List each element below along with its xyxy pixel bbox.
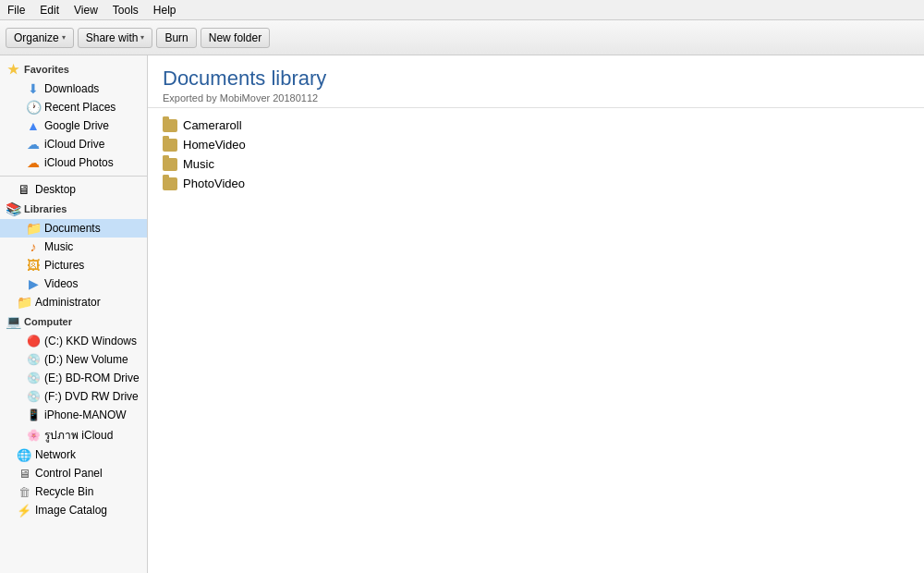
content-title: Documents library: [163, 67, 909, 91]
image-catalog-label: Image Catalog: [35, 504, 107, 517]
menu-help[interactable]: Help: [146, 2, 184, 18]
image-catalog-icon: ⚡: [17, 503, 31, 518]
toolbar: Organize ▾ Share with ▾ Burn New folder: [0, 20, 924, 55]
sidebar-item-image-catalog[interactable]: ⚡ Image Catalog: [0, 501, 147, 519]
menubar: File Edit View Tools Help: [0, 0, 924, 20]
sidebar-item-icloud-drive[interactable]: ☁ iCloud Drive: [0, 135, 147, 153]
google-drive-icon: ▲: [26, 118, 41, 133]
menu-view[interactable]: View: [67, 2, 105, 18]
sidebar-libraries-header[interactable]: 📚 Libraries: [0, 199, 147, 219]
c-drive-icon: 🔴: [26, 334, 41, 348]
administrator-label: Administrator: [35, 296, 101, 309]
main-layout: ★ Favorites ⬇ Downloads 🕐 Recent Places …: [0, 55, 924, 573]
network-label: Network: [35, 448, 76, 461]
sidebar: ★ Favorites ⬇ Downloads 🕐 Recent Places …: [0, 55, 148, 573]
folder-list: Cameraroll HomeVideo Music PhotoVideo: [148, 116, 924, 193]
divider-1: [0, 176, 147, 177]
sidebar-item-control-panel[interactable]: 🖥 Control Panel: [0, 464, 147, 482]
sidebar-item-iphone[interactable]: 📱 iPhone-MANOW: [0, 406, 147, 424]
administrator-icon: 📁: [17, 295, 31, 310]
google-drive-label: Google Drive: [44, 119, 109, 132]
icloud-photos-icon: ☁: [26, 155, 41, 170]
d-drive-label: (D:) New Volume: [44, 353, 128, 366]
share-with-button[interactable]: Share with ▾: [78, 28, 153, 48]
folder-item-music[interactable]: Music: [148, 154, 924, 174]
content-area: Documents library Exported by MobiMover …: [148, 55, 924, 573]
sidebar-item-videos[interactable]: ▶ Videos: [0, 274, 147, 293]
videos-label: Videos: [44, 277, 78, 290]
sidebar-item-documents[interactable]: 📁 Documents: [0, 219, 147, 238]
control-panel-label: Control Panel: [35, 467, 103, 480]
iphone-icon: 📱: [26, 408, 41, 422]
computer-icon: 💻: [6, 314, 20, 329]
d-drive-icon: 💿: [26, 352, 41, 367]
menu-edit[interactable]: Edit: [32, 2, 67, 18]
icloud-drive-label: iCloud Drive: [44, 138, 104, 151]
sidebar-item-administrator[interactable]: 📁 Administrator: [0, 293, 147, 311]
sidebar-item-recycle-bin[interactable]: 🗑 Recycle Bin: [0, 482, 147, 501]
c-drive-label: (C:) KKD Windows: [44, 335, 137, 347]
sidebar-item-network[interactable]: 🌐 Network: [0, 445, 147, 464]
folder-name-music: Music: [183, 157, 214, 171]
folder-icon-cameraroll: [163, 119, 177, 132]
sidebar-item-icloud-thai[interactable]: 🌸 รูปภาพ iCloud: [0, 424, 147, 445]
burn-label: Burn: [164, 31, 188, 44]
content-subtitle: Exported by MobiMover 20180112: [163, 92, 909, 104]
pictures-icon: 🖼: [26, 258, 41, 273]
folder-icon-homevideo: [163, 139, 177, 152]
folder-name-cameraroll: Cameraroll: [183, 118, 242, 132]
sidebar-favorites-header[interactable]: ★ Favorites: [0, 59, 147, 79]
new-folder-label: New folder: [209, 31, 261, 44]
sidebar-item-recent-places[interactable]: 🕐 Recent Places: [0, 98, 147, 116]
recent-places-label: Recent Places: [44, 101, 116, 114]
menu-file[interactable]: File: [0, 2, 32, 18]
desktop-icon: 🖥: [17, 182, 31, 197]
downloads-icon: ⬇: [26, 81, 41, 96]
folder-name-homevideo: HomeVideo: [183, 138, 246, 152]
sidebar-item-icloud-photos[interactable]: ☁ iCloud Photos: [0, 153, 147, 172]
sidebar-computer-header[interactable]: 💻 Computer: [0, 311, 147, 332]
f-drive-label: (F:) DVD RW Drive: [44, 390, 139, 403]
folder-item-homevideo[interactable]: HomeVideo: [148, 135, 924, 154]
e-drive-icon: 💿: [26, 371, 41, 385]
sidebar-item-desktop[interactable]: 🖥 Desktop: [0, 180, 147, 199]
computer-label: Computer: [24, 316, 72, 327]
e-drive-label: (E:) BD-ROM Drive: [44, 372, 140, 384]
sidebar-item-f-drive[interactable]: 💿 (F:) DVD RW Drive: [0, 387, 147, 406]
sidebar-item-downloads[interactable]: ⬇ Downloads: [0, 79, 147, 98]
organize-dropdown-arrow: ▾: [62, 33, 66, 42]
documents-icon: 📁: [26, 221, 41, 236]
folder-item-cameraroll[interactable]: Cameraroll: [148, 116, 924, 135]
sidebar-item-music[interactable]: ♪ Music: [0, 238, 147, 256]
folder-icon-music: [163, 158, 177, 171]
content-header: Documents library Exported by MobiMover …: [148, 55, 924, 108]
pictures-label: Pictures: [44, 259, 84, 272]
share-label: Share with: [86, 31, 139, 44]
icloud-thai-label: รูปภาพ iCloud: [44, 426, 113, 444]
iphone-label: iPhone-MANOW: [44, 408, 127, 421]
new-folder-button[interactable]: New folder: [201, 28, 270, 48]
menu-tools[interactable]: Tools: [105, 2, 146, 18]
folder-name-photovideo: PhotoVideo: [183, 177, 245, 190]
documents-label: Documents: [44, 222, 101, 235]
organize-label: Organize: [14, 31, 59, 44]
music-label: Music: [44, 240, 73, 253]
f-drive-icon: 💿: [26, 389, 41, 404]
sidebar-item-e-drive[interactable]: 💿 (E:) BD-ROM Drive: [0, 369, 147, 387]
recent-places-icon: 🕐: [26, 100, 41, 115]
sidebar-item-d-drive[interactable]: 💿 (D:) New Volume: [0, 350, 147, 369]
recycle-bin-icon: 🗑: [17, 484, 31, 499]
favorites-label: Favorites: [24, 64, 69, 75]
downloads-label: Downloads: [44, 82, 99, 95]
favorites-icon: ★: [6, 62, 20, 77]
icloud-drive-icon: ☁: [26, 137, 41, 152]
folder-item-photovideo[interactable]: PhotoVideo: [148, 174, 924, 193]
icloud-thai-icon: 🌸: [26, 428, 41, 443]
music-icon: ♪: [26, 239, 41, 254]
desktop-label: Desktop: [35, 183, 76, 196]
sidebar-item-pictures[interactable]: 🖼 Pictures: [0, 256, 147, 274]
sidebar-item-google-drive[interactable]: ▲ Google Drive: [0, 116, 147, 135]
burn-button[interactable]: Burn: [156, 28, 196, 48]
sidebar-item-c-drive[interactable]: 🔴 (C:) KKD Windows: [0, 332, 147, 350]
organize-button[interactable]: Organize ▾: [6, 28, 74, 48]
